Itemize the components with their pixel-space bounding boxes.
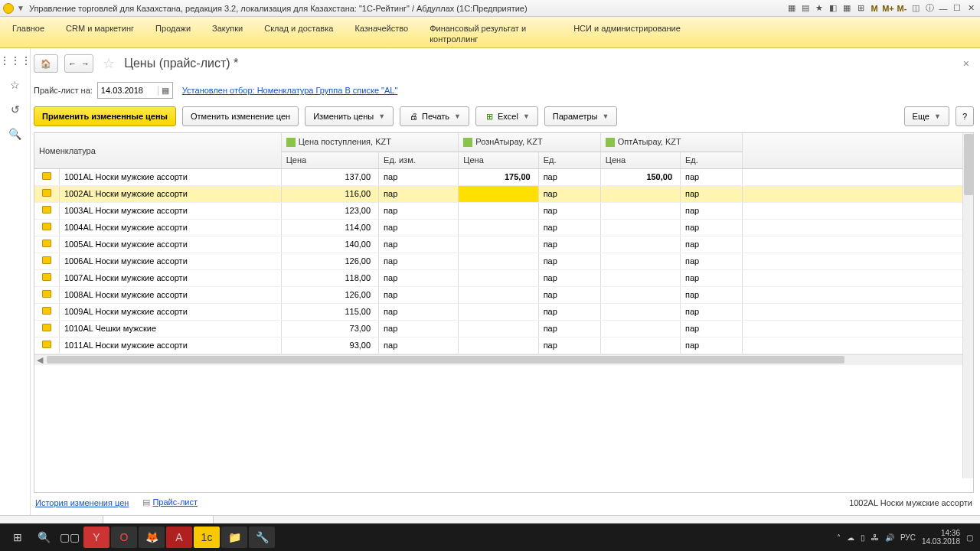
table-row[interactable]: 1006AL Носки мужские ассорти126,00парпар… [34, 253, 973, 269]
cell-opt-unit[interactable]: пар [681, 236, 743, 253]
titlebar-calc-icon[interactable]: ⊞ [854, 2, 867, 15]
table-row[interactable]: 1008AL Носки мужские ассорти126,00парпар… [34, 286, 973, 303]
menu-main[interactable]: Главное [12, 23, 44, 44]
cell-rozn-price[interactable] [459, 202, 538, 219]
cell-unit[interactable]: пар [379, 269, 459, 286]
taskbar-app[interactable]: 1c [194, 527, 220, 548]
cell-opt-unit[interactable]: пар [681, 320, 743, 337]
cell-price-in[interactable]: 116,00 [281, 185, 378, 202]
cell-opt-price[interactable] [600, 253, 680, 269]
cell-opt-price[interactable]: 150,00 [600, 168, 680, 185]
cell-price-in[interactable]: 126,00 [281, 253, 378, 269]
cell-rozn-price[interactable] [459, 320, 538, 337]
history-link[interactable]: История изменения цен [35, 498, 129, 507]
calendar-icon[interactable]: ▦ [158, 86, 169, 96]
cell-rozn-unit[interactable]: пар [538, 269, 600, 286]
pricelist-link[interactable]: Прайс-лист [152, 497, 198, 507]
cell-price-in[interactable]: 140,00 [281, 236, 378, 253]
cell-opt-unit[interactable]: пар [681, 219, 743, 236]
table-row[interactable]: 1003AL Носки мужские ассорти123,00парпар… [34, 202, 973, 219]
col-price-in[interactable]: Цена поступления, KZT [281, 133, 459, 152]
cell-rozn-unit[interactable]: пар [538, 253, 600, 269]
titlebar-icon[interactable]: ▦ [786, 2, 798, 15]
cell-price-in[interactable]: 123,00 [281, 202, 378, 219]
start-button[interactable]: ⊞ [5, 527, 31, 548]
titlebar-star-icon[interactable]: ★ [813, 2, 825, 15]
close-icon[interactable]: ✕ [965, 2, 977, 15]
cell-name[interactable]: 1005AL Носки мужские ассорти [59, 236, 281, 253]
taskbar-app[interactable]: 🔧 [249, 527, 275, 548]
cell-opt-price[interactable] [600, 219, 680, 236]
tray-lang[interactable]: РУС [900, 533, 916, 542]
cell-rozn-price[interactable] [459, 185, 538, 202]
cell-name[interactable]: 1004AL Носки мужские ассорти [59, 219, 281, 236]
cancel-changes-button[interactable]: Отменить изменение цен [182, 106, 299, 126]
titlebar-panel-icon[interactable]: ◫ [910, 2, 922, 15]
cell-opt-unit[interactable]: пар [681, 253, 743, 269]
cell-name[interactable]: 1002AL Носки мужские ассорти [59, 185, 281, 202]
cell-rozn-unit[interactable]: пар [538, 168, 600, 185]
cell-unit[interactable]: пар [379, 185, 459, 202]
menu-purchases[interactable]: Закупки [212, 23, 243, 44]
table-row[interactable]: 1002AL Носки мужские ассорти116,00парпар… [34, 185, 973, 202]
cell-rozn-price[interactable] [459, 303, 538, 320]
menu-warehouse[interactable]: Склад и доставка [264, 23, 333, 44]
cell-rozn-price[interactable] [459, 253, 538, 269]
titlebar-icon[interactable]: ◧ [827, 2, 839, 15]
cell-rozn-price[interactable]: 175,00 [459, 168, 538, 185]
table-row[interactable]: 1009AL Носки мужские ассорти115,00парпар… [34, 303, 973, 320]
taskbar-app[interactable]: Y [83, 527, 109, 548]
menu-finresult[interactable]: Финансовый результат и контроллинг [430, 23, 552, 44]
menu-crm[interactable]: CRM и маркетинг [66, 23, 134, 44]
cell-unit[interactable]: пар [379, 320, 459, 337]
more-button[interactable]: Еще▼ [904, 106, 949, 126]
tray-icon[interactable]: ☁ [847, 533, 854, 542]
cell-unit[interactable]: пар [379, 168, 459, 185]
tray-clock[interactable]: 14:36 14.03.2018 [922, 529, 960, 546]
cell-rozn-unit[interactable]: пар [538, 320, 600, 337]
cell-unit[interactable]: пар [379, 337, 459, 354]
cell-rozn-unit[interactable]: пар [538, 185, 600, 202]
cell-opt-unit[interactable]: пар [681, 286, 743, 303]
cell-unit[interactable]: пар [379, 253, 459, 269]
cell-opt-unit[interactable]: пар [681, 202, 743, 219]
col-opt[interactable]: ОптАтырау, KZT [600, 133, 742, 152]
cell-opt-price[interactable] [600, 185, 680, 202]
change-prices-button[interactable]: Изменить цены▼ [305, 106, 394, 126]
cell-price-in[interactable]: 114,00 [281, 219, 378, 236]
tray-icon[interactable]: ▯ [861, 533, 865, 542]
titlebar-icon[interactable]: ▤ [799, 2, 812, 15]
cell-rozn-unit[interactable]: пар [538, 337, 600, 354]
tray-network-icon[interactable]: 🖧 [871, 533, 879, 542]
titlebar-mminus-icon[interactable]: M- [896, 2, 908, 15]
menu-treasury[interactable]: Казначейство [354, 23, 408, 44]
titlebar-mplus-icon[interactable]: M+ [882, 2, 894, 15]
cell-price-in[interactable]: 93,00 [281, 337, 378, 354]
table-row[interactable]: 1005AL Носки мужские ассорти140,00парпар… [34, 236, 973, 253]
cell-opt-price[interactable] [600, 286, 680, 303]
cell-rozn-price[interactable] [459, 269, 538, 286]
cell-opt-unit[interactable]: пар [681, 168, 743, 185]
tray-chevron-icon[interactable]: ˄ [837, 533, 841, 542]
table-row[interactable]: 1007AL Носки мужские ассорти118,00парпар… [34, 269, 973, 286]
cell-rozn-unit[interactable]: пар [538, 286, 600, 303]
taskbar-app[interactable]: O [111, 527, 137, 548]
menu-sales[interactable]: Продажи [155, 23, 191, 44]
sidebar-history-icon[interactable]: ↺ [8, 102, 23, 117]
cell-unit[interactable]: пар [379, 202, 459, 219]
cell-unit[interactable]: пар [379, 303, 459, 320]
apply-prices-button[interactable]: Применить измененные цены [34, 106, 176, 126]
table-row[interactable]: 1011AL Носки мужские ассорти93,00парпарп… [34, 337, 973, 354]
close-page-button[interactable]: × [959, 57, 974, 70]
cell-name[interactable]: 1001AL Носки мужские ассорти [59, 168, 281, 185]
col-price[interactable]: Цена [281, 152, 378, 168]
col-unit[interactable]: Ед. изм. [379, 152, 459, 168]
params-button[interactable]: Параметры▼ [544, 106, 618, 126]
taskview-icon[interactable]: ▢▢ [57, 527, 83, 548]
cell-price-in[interactable]: 115,00 [281, 303, 378, 320]
home-button[interactable]: 🏠 [34, 54, 58, 73]
table-row[interactable]: 1010AL Чешки мужские73,00парпарпар [34, 320, 973, 337]
titlebar-m-icon[interactable]: M [868, 2, 880, 15]
cell-price-in[interactable]: 137,00 [281, 168, 378, 185]
cell-price-in[interactable]: 73,00 [281, 320, 378, 337]
